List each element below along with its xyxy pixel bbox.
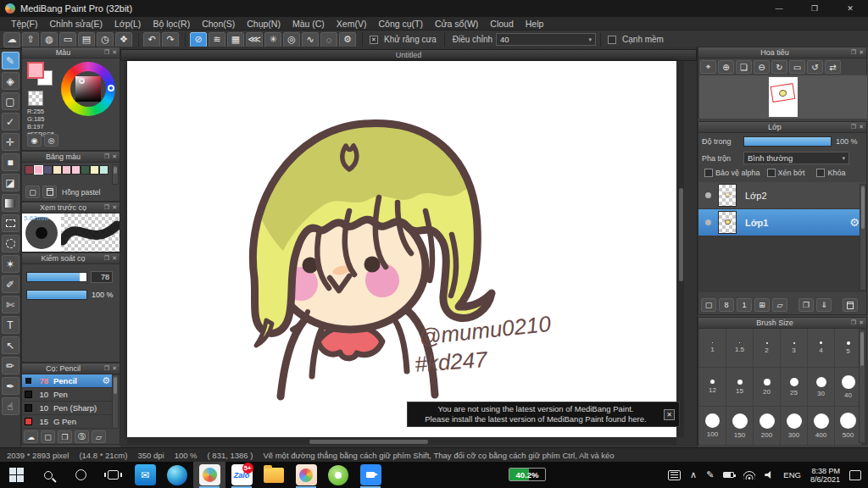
zoom-out-button[interactable]: ⊖ — [754, 60, 770, 74]
eraser-tool[interactable]: ◈ — [2, 72, 19, 90]
cloud-icon[interactable]: ☁ — [3, 32, 20, 47]
share-icon[interactable]: ⇧ — [22, 32, 39, 47]
correction-ellipse-button[interactable]: ◌ — [320, 32, 337, 47]
lasso-tool[interactable] — [2, 235, 19, 252]
no-correction-button[interactable]: ⊘ — [190, 32, 207, 47]
foreground-color-swatch[interactable] — [27, 62, 44, 79]
taskbar-search[interactable] — [32, 462, 64, 488]
close-icon[interactable]: ✕ — [112, 255, 117, 262]
navigator-thumbnail[interactable] — [699, 75, 867, 119]
layer-row-lop2[interactable]: Lớp2 — [698, 182, 866, 209]
menu-color[interactable]: Màu (C) — [287, 19, 331, 29]
brush-size-option[interactable]: 1.5 — [726, 329, 753, 367]
antialias-checkbox[interactable]: ✕ — [370, 36, 378, 44]
file-explorer-app[interactable] — [258, 462, 290, 488]
layer-settings-gear-icon[interactable]: ⚙ — [849, 216, 860, 229]
palette-swatch[interactable] — [62, 165, 71, 175]
canvas-tab[interactable]: Untitled — [120, 49, 697, 61]
blend-dropdown[interactable]: Bình thường▾ — [743, 152, 849, 164]
undo-button[interactable]: ↶ — [143, 32, 160, 47]
comment-icon[interactable]: ▭ — [59, 32, 76, 47]
palette-swatch[interactable] — [90, 165, 99, 175]
flip-button[interactable]: ⇄ — [825, 60, 841, 74]
sv-square[interactable] — [75, 76, 101, 102]
notification-close-icon[interactable]: ✕ — [664, 409, 675, 420]
brush-list-scrollbar[interactable] — [112, 374, 119, 429]
clipping-checkbox[interactable] — [767, 169, 776, 177]
cortana-button[interactable] — [64, 462, 97, 488]
redo-button[interactable]: ↷ — [162, 32, 179, 47]
menu-filter[interactable]: Bộ lọc(R) — [147, 19, 196, 29]
menu-view[interactable]: Xem(V) — [331, 19, 373, 29]
rotate-button[interactable]: ↺ — [807, 60, 823, 74]
layer-opacity-slider[interactable] — [743, 136, 832, 147]
rotate-reset-button[interactable]: ↻ — [771, 60, 787, 74]
canvas-vertical-scrollbar[interactable] — [678, 61, 684, 437]
close-icon[interactable]: ✕ — [112, 153, 117, 160]
clock[interactable]: 8:38 PM 8/6/2021 — [810, 467, 840, 484]
zoom-in-button[interactable]: ⊕ — [718, 60, 734, 74]
battery-widget[interactable]: 40.2% — [509, 468, 546, 481]
fit-screen-button[interactable]: ❏ — [736, 60, 752, 74]
brush-size-option[interactable]: 30 — [808, 368, 834, 406]
brush-size-option[interactable]: 2 — [754, 329, 780, 367]
brush-size-option[interactable]: 12 — [699, 368, 726, 406]
task-view-button[interactable] — [97, 462, 129, 488]
alpha-protect-checkbox[interactable] — [704, 169, 713, 177]
palette-swatch[interactable] — [81, 165, 90, 175]
duplicate-brush-icon[interactable]: ❐ — [58, 430, 72, 443]
add-1bit-layer-button[interactable]: 1 — [737, 298, 752, 312]
menu-snap[interactable]: Chụp(N) — [241, 19, 287, 29]
drawing-canvas[interactable]: @mumu0210 #kd247 — [127, 61, 676, 437]
pen-tool[interactable]: ✏ — [2, 357, 19, 374]
wifi-icon[interactable] — [743, 470, 755, 480]
brush-size-option[interactable]: 100 — [699, 407, 726, 445]
zoom-app[interactable] — [354, 462, 387, 488]
comment-add-icon[interactable]: ◍ — [41, 32, 58, 47]
brush-size-option[interactable]: 25 — [781, 368, 807, 406]
brush-size-option[interactable]: 4 — [808, 329, 834, 367]
merge-layer-button[interactable]: ⇓ — [816, 298, 832, 312]
correction-curve-button[interactable]: ∿ — [302, 32, 319, 47]
palette-scrollbar[interactable] — [112, 164, 119, 185]
palette-icon[interactable]: ◉ — [27, 134, 42, 147]
popout-icon[interactable]: ❐ — [104, 153, 109, 160]
fit-width-button[interactable]: ▭ — [789, 60, 805, 74]
brush-size-option[interactable]: 40 — [835, 368, 861, 406]
brush-folder-icon[interactable]: ▱ — [92, 430, 106, 443]
palette-list-icon[interactable]: ◎ — [44, 134, 58, 147]
eyedropper-tool[interactable]: ✒ — [2, 377, 19, 395]
brush-size-option[interactable]: 5 — [835, 329, 861, 367]
delete-layer-button[interactable] — [843, 298, 858, 312]
correction-grid-button[interactable]: ▦ — [227, 32, 244, 47]
brush-size-value[interactable]: 78 — [91, 271, 113, 283]
script-brush-icon[interactable]: Ⓢ — [75, 430, 89, 443]
move-tool[interactable]: ✛ — [2, 133, 19, 151]
soft-edge-checkbox[interactable] — [608, 36, 616, 44]
notification-center-icon[interactable] — [849, 470, 861, 480]
palette-swatch[interactable] — [99, 165, 108, 175]
language-indicator[interactable]: ENG — [783, 470, 801, 480]
object-select-tool[interactable]: ↖ — [2, 336, 19, 354]
control-point-tool[interactable]: ✓ — [2, 113, 19, 130]
fill-rect-tool[interactable]: ■ — [2, 153, 19, 171]
zalo-app[interactable]: Zalo5+ — [225, 462, 258, 488]
popout-icon[interactable]: ❐ — [851, 319, 856, 326]
brush-item-pen-sharp[interactable]: 10 Pen (Sharp) — [22, 402, 114, 415]
brush-item-pencil[interactable]: 78 Pencil ⚙ — [22, 374, 114, 388]
news-widget-icon[interactable] — [668, 470, 681, 480]
hand-tool[interactable]: ☝ — [2, 397, 19, 415]
tray-battery-icon[interactable] — [723, 472, 734, 478]
palette-swatch[interactable] — [25, 165, 34, 175]
tray-stylus-icon[interactable]: ✎ — [706, 469, 714, 480]
document-icon[interactable]: ▤ — [78, 32, 95, 47]
trash-icon[interactable] — [42, 186, 57, 198]
start-button[interactable] — [0, 462, 32, 488]
menu-help[interactable]: Help — [520, 19, 550, 29]
brush-size-option[interactable]: 15 — [726, 368, 753, 406]
minimize-button[interactable]: — — [761, 0, 797, 17]
brush-size-option[interactable]: 500 — [835, 407, 861, 445]
brush-size-slider[interactable] — [26, 272, 87, 282]
coccoc-app[interactable] — [322, 462, 354, 488]
popout-icon[interactable]: ❐ — [104, 49, 109, 56]
